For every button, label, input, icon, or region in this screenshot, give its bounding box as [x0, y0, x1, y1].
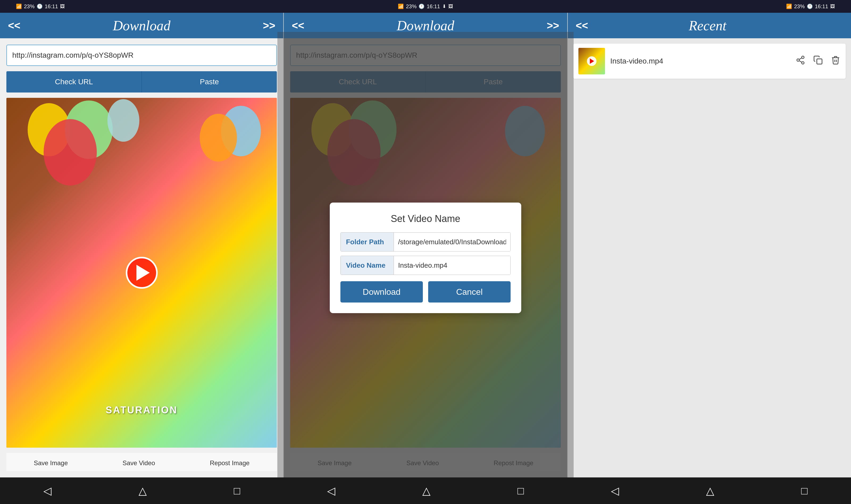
panel-download-2: << Download >> Check URL Paste Save: [284, 13, 568, 478]
time-text-3: 16:11: [815, 3, 828, 10]
recent-body: Insta-video.mp4: [568, 38, 851, 478]
video-name-field: Video Name: [340, 256, 511, 275]
battery-text-2: 23%: [406, 3, 416, 10]
time-text-2: 16:11: [427, 3, 440, 10]
recent-thumb: [579, 48, 605, 74]
folder-path-label: Folder Path: [341, 233, 394, 251]
svg-point-0: [801, 56, 804, 58]
video-name-label: Video Name: [341, 256, 394, 275]
dialog-buttons: Download Cancel: [340, 281, 511, 303]
balloon-purple: [107, 99, 139, 142]
svg-rect-5: [817, 59, 822, 64]
time-icon-3: 🕐: [807, 3, 813, 9]
dialog-cancel-button[interactable]: Cancel: [428, 281, 511, 303]
folder-path-field: Folder Path: [340, 232, 511, 251]
play-button-1[interactable]: [126, 257, 158, 289]
svg-line-4: [799, 58, 802, 59]
recent-item-actions: [796, 55, 840, 67]
download-indicator-2: ⬇: [442, 3, 446, 9]
recent-header: << Recent: [568, 13, 851, 38]
paste-button-1[interactable]: Paste: [141, 71, 277, 92]
svg-point-2: [801, 62, 804, 64]
status-section-3: 📶 23% 🕐 16:11 🖼: [562, 3, 846, 10]
recents-icon-1[interactable]: □: [234, 485, 240, 497]
balloon-red: [43, 119, 97, 185]
save-image-button-1[interactable]: Save Image: [29, 457, 73, 469]
prev-arrow-2[interactable]: <<: [292, 20, 304, 32]
time-text-1: 16:11: [45, 3, 58, 10]
button-row-1: Check URL Paste: [6, 71, 277, 92]
app-header-1: << Download >>: [0, 13, 283, 38]
app-body-2: Check URL Paste Save Image Save Video Re…: [284, 38, 567, 478]
balloon-orange: [200, 114, 237, 162]
delete-icon[interactable]: [831, 55, 840, 67]
recent-thumb-play: [587, 56, 597, 66]
home-icon-1[interactable]: △: [139, 485, 147, 497]
next-arrow-2[interactable]: >>: [547, 20, 559, 32]
app-header-2: << Download >>: [284, 13, 567, 38]
status-bar: 📶 23% 🕐 16:11 🖼 📶 23% 🕐 16:11 ⬇ 🖼 📶 23% …: [0, 0, 851, 13]
recents-icon-2[interactable]: □: [517, 485, 524, 497]
main-content: << Download >> Check URL Paste: [0, 13, 851, 478]
video-title-1: SATURATION: [106, 404, 178, 416]
recent-item-name: Insta-video.mp4: [610, 57, 791, 66]
photo-icon-3: 🖼: [830, 4, 835, 9]
nav-section-1: ◁ △ □: [0, 485, 284, 497]
url-input-1[interactable]: [6, 44, 277, 66]
check-url-button-1[interactable]: Check URL: [6, 71, 141, 92]
recent-item: Insta-video.mp4: [573, 43, 846, 79]
photo-icon-2: 🖼: [448, 4, 453, 9]
balloon-background-1: SATURATION: [6, 98, 277, 448]
header-title-1: Download: [20, 18, 263, 34]
copy-icon[interactable]: [813, 55, 823, 67]
time-icon-1: 🕐: [37, 3, 42, 9]
prev-arrow-1[interactable]: <<: [8, 20, 20, 32]
svg-point-1: [797, 59, 799, 61]
app-body-1: Check URL Paste SATURATION: [0, 38, 283, 478]
panel-download-1: << Download >> Check URL Paste: [0, 13, 284, 478]
save-video-button-1[interactable]: Save Video: [117, 457, 160, 469]
nav-section-2: ◁ △ □: [284, 485, 568, 497]
status-section-2: 📶 23% 🕐 16:11 ⬇ 🖼: [289, 3, 562, 10]
recent-thumb-play-triangle: [590, 58, 594, 64]
time-icon-2: 🕐: [419, 3, 424, 9]
dialog-download-button[interactable]: Download: [340, 281, 423, 303]
prev-arrow-3[interactable]: <<: [576, 20, 588, 32]
wifi-icon-3: 📶: [786, 3, 792, 9]
video-name-input[interactable]: [394, 256, 510, 275]
play-triangle-1: [137, 265, 150, 281]
folder-path-input[interactable]: [394, 233, 510, 251]
home-icon-2[interactable]: △: [422, 485, 430, 497]
repost-image-button-1[interactable]: Repost Image: [205, 457, 255, 469]
video-preview-1: SATURATION: [6, 98, 277, 448]
nav-bar: ◁ △ □ ◁ △ □ ◁ △ □: [0, 478, 851, 504]
battery-text-3: 23%: [794, 3, 805, 10]
nav-section-3: ◁ △ □: [567, 485, 851, 497]
set-video-name-dialog: Set Video Name Folder Path Video Name Do…: [330, 202, 521, 313]
home-icon-3[interactable]: △: [706, 485, 714, 497]
header-title-2: Download: [304, 18, 547, 34]
recent-title: Recent: [588, 18, 827, 34]
panel-recent: << Recent Insta-video.mp4: [568, 13, 851, 478]
action-buttons-1: Save Image Save Video Repost Image: [6, 453, 277, 471]
dialog-overlay: Set Video Name Folder Path Video Name Do…: [284, 38, 567, 478]
dialog-title: Set Video Name: [340, 213, 511, 224]
back-icon-2[interactable]: ◁: [327, 485, 335, 497]
share-icon[interactable]: [796, 55, 805, 67]
status-section-1: 📶 23% 🕐 16:11 🖼: [5, 3, 289, 10]
back-icon-1[interactable]: ◁: [43, 485, 52, 497]
next-arrow-1[interactable]: >>: [263, 20, 276, 32]
wifi-icon-2: 📶: [398, 3, 404, 9]
photo-icon-1: 🖼: [60, 4, 65, 9]
battery-text-1: 23%: [24, 3, 35, 10]
recents-icon-3[interactable]: □: [801, 485, 808, 497]
wifi-icon-1: 📶: [16, 3, 22, 9]
svg-line-3: [799, 60, 802, 62]
back-icon-3[interactable]: ◁: [611, 485, 619, 497]
